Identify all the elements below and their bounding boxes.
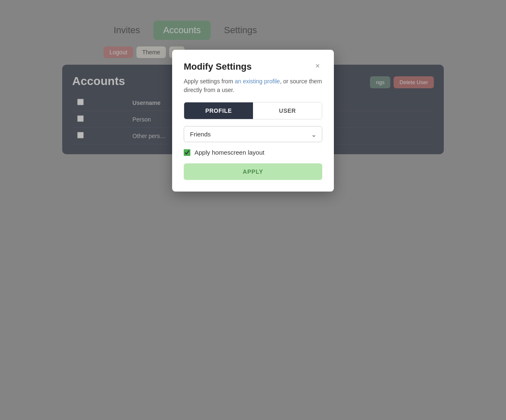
modal-description: Apply settings from an existing profile,… <box>184 77 322 95</box>
modal-title: Modify Settings <box>184 61 252 72</box>
description-link: an existing profile <box>235 78 280 85</box>
modal-header: Modify Settings × <box>184 61 322 72</box>
homescreen-layout-row: Apply homescreen layout <box>184 149 322 156</box>
homescreen-layout-checkbox[interactable] <box>184 149 190 156</box>
user-tab-button[interactable]: USER <box>253 102 322 119</box>
description-plain: Apply settings from <box>184 78 235 85</box>
apply-button[interactable]: APPLY <box>184 163 322 180</box>
modify-settings-modal: Modify Settings × Apply settings from an… <box>172 50 334 192</box>
profile-tab-button[interactable]: PROFILE <box>184 102 253 119</box>
homescreen-layout-label: Apply homescreen layout <box>195 149 264 156</box>
modal-close-button[interactable]: × <box>313 61 322 70</box>
source-toggle-group: PROFILE USER <box>184 102 322 119</box>
modal-overlay: Modify Settings × Apply settings from an… <box>0 0 506 420</box>
profile-dropdown-wrapper: Friends Family Work Default ⌄ <box>184 126 322 142</box>
profile-dropdown[interactable]: Friends Family Work Default <box>184 126 322 142</box>
